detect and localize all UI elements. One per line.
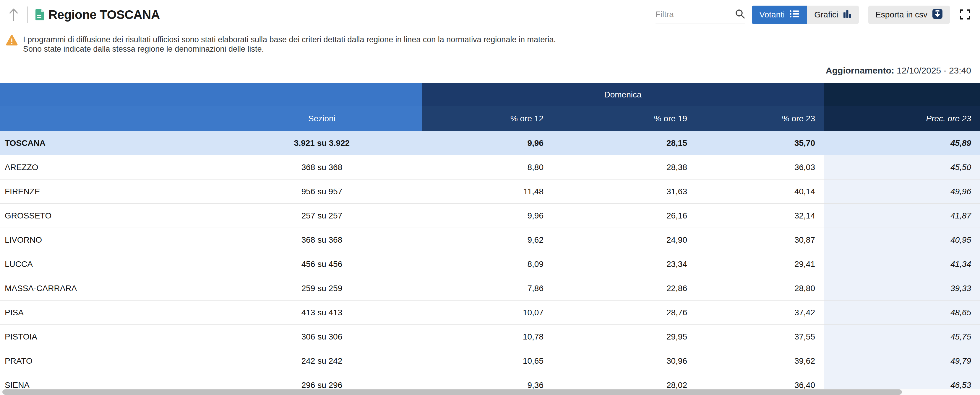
table-row: PISA 413 su 413 10,07 28,76 37,42 48,65: [0, 301, 980, 325]
table-row: GROSSETO 257 su 257 9,96 26,16 32,14 41,…: [0, 204, 980, 228]
province-ore12: 7,86: [422, 276, 552, 300]
region-sezioni: 3.921 su 3.922: [222, 131, 422, 155]
province-ore19: 28,38: [552, 155, 696, 179]
last-update: Aggiornamento: 12/10/2025 - 23:40: [0, 65, 980, 76]
region-prec: 45,89: [824, 131, 980, 155]
export-csv-button[interactable]: Esporta in csv: [868, 6, 950, 24]
province-ore23: 37,42: [696, 301, 824, 324]
province-prec: 41,87: [824, 204, 980, 228]
province-prec: 39,33: [824, 276, 980, 300]
horizontal-scrollbar: [0, 389, 980, 395]
province-name: MASSA-CARRARA: [0, 276, 222, 300]
province-ore19: 29,95: [552, 325, 696, 349]
col-header-sezioni: Sezioni: [222, 106, 422, 131]
top-bar: Regione TOSCANA Votanti Grafici: [0, 0, 980, 30]
fullscreen-icon: [960, 10, 970, 21]
region-total-row: TOSCANA 3.921 su 3.922 9,96 28,15 35,70 …: [0, 131, 980, 155]
filter-box: [655, 5, 745, 24]
province-sezioni: 413 su 413: [222, 301, 422, 324]
region-ore12: 9,96: [422, 131, 552, 155]
grafici-label: Grafici: [814, 10, 838, 19]
province-sezioni: 368 su 368: [222, 228, 422, 252]
col-header-territory: [0, 106, 222, 131]
table-row: PISTOIA 306 su 306 10,78 29,95 37,55 45,…: [0, 325, 980, 349]
province-sezioni: 456 su 456: [222, 252, 422, 276]
notice-line-2: Sono state indicate dalla stessa regione…: [23, 44, 980, 54]
province-ore12: 11,48: [422, 179, 552, 203]
province-rows: AREZZO 368 su 368 8,80 28,38 36,03 45,50…: [0, 155, 980, 395]
province-name: LIVORNO: [0, 228, 222, 252]
col-header-prec: Prec. ore 23: [824, 106, 980, 131]
export-csv-label: Esporta in csv: [875, 10, 928, 19]
province-ore12: 9,62: [422, 228, 552, 252]
fullscreen-button[interactable]: [960, 10, 970, 21]
province-prec: 41,34: [824, 252, 980, 276]
table-row: MASSA-CARRARA 259 su 259 7,86 22,86 28,8…: [0, 276, 980, 301]
download-icon: [932, 9, 943, 21]
province-sezioni: 368 su 368: [222, 155, 422, 179]
disclaimer-notice: I programmi di diffusione dei risultati …: [0, 35, 980, 54]
province-ore12: 9,96: [422, 204, 552, 228]
province-prec: 48,65: [824, 301, 980, 324]
notice-line-1: I programmi di diffusione dei risultati …: [23, 35, 980, 44]
search-icon: [735, 9, 745, 21]
divider: [27, 6, 28, 23]
spreadsheet-document-icon: [35, 9, 45, 21]
province-ore23: 30,87: [696, 228, 824, 252]
province-prec: 40,95: [824, 228, 980, 252]
group-header-left: [0, 83, 422, 106]
table-row: LUCCA 456 su 456 8,09 23,34 29,41 41,34: [0, 252, 980, 276]
group-header-domenica: Domenica: [422, 83, 824, 106]
province-ore19: 23,34: [552, 252, 696, 276]
votanti-label: Votanti: [759, 10, 785, 19]
warning-triangle-icon: [6, 35, 18, 47]
table-row: FIRENZE 956 su 957 11,48 31,63 40,14 49,…: [0, 179, 980, 204]
province-prec: 45,50: [824, 155, 980, 179]
province-ore19: 30,96: [552, 349, 696, 373]
col-header-ore23: % ore 23: [696, 106, 824, 131]
region-ore23: 35,70: [696, 131, 824, 155]
province-name: PISTOIA: [0, 325, 222, 349]
table-row: LIVORNO 368 su 368 9,62 24,90 30,87 40,9…: [0, 228, 980, 252]
province-sezioni: 242 su 242: [222, 349, 422, 373]
province-ore12: 8,80: [422, 155, 552, 179]
table-column-header-row: Sezioni % ore 12 % ore 19 % ore 23 Prec.…: [0, 106, 980, 131]
province-name: LUCCA: [0, 252, 222, 276]
votanti-button[interactable]: Votanti: [752, 6, 807, 24]
province-ore19: 24,90: [552, 228, 696, 252]
horizontal-scrollbar-thumb[interactable]: [2, 389, 902, 395]
results-table: Domenica Sezioni % ore 12 % ore 19 % ore…: [0, 82, 980, 395]
province-ore12: 10,78: [422, 325, 552, 349]
list-icon: [789, 10, 799, 20]
province-prec: 49,79: [824, 349, 980, 373]
view-toggle-group: Votanti Grafici: [752, 6, 859, 24]
province-prec: 45,75: [824, 325, 980, 349]
province-name: GROSSETO: [0, 204, 222, 228]
province-sezioni: 306 su 306: [222, 325, 422, 349]
province-ore23: 39,62: [696, 349, 824, 373]
filter-input[interactable]: [655, 10, 735, 19]
province-sezioni: 257 su 257: [222, 204, 422, 228]
province-name: PRATO: [0, 349, 222, 373]
grafici-button[interactable]: Grafici: [807, 6, 859, 24]
province-ore23: 40,14: [696, 179, 824, 203]
page-title: Regione TOSCANA: [48, 8, 160, 22]
province-sezioni: 259 su 259: [222, 276, 422, 300]
province-name: PISA: [0, 301, 222, 324]
toolbar: Votanti Grafici Esporta in csv: [655, 5, 971, 24]
bar-chart-icon: [843, 10, 852, 21]
province-sezioni: 956 su 957: [222, 179, 422, 203]
group-header-prec: [824, 83, 980, 106]
table-group-header-row: Domenica: [0, 83, 980, 106]
province-ore19: 22,86: [552, 276, 696, 300]
province-ore23: 36,03: [696, 155, 824, 179]
province-ore23: 29,41: [696, 252, 824, 276]
province-ore23: 32,14: [696, 204, 824, 228]
province-ore12: 10,65: [422, 349, 552, 373]
back-up-button[interactable]: [9, 8, 18, 22]
col-header-ore19: % ore 19: [552, 106, 696, 131]
province-prec: 49,96: [824, 179, 980, 203]
province-ore23: 37,55: [696, 325, 824, 349]
table-row: AREZZO 368 su 368 8,80 28,38 36,03 45,50: [0, 155, 980, 179]
table-row: PRATO 242 su 242 10,65 30,96 39,62 49,79: [0, 349, 980, 373]
